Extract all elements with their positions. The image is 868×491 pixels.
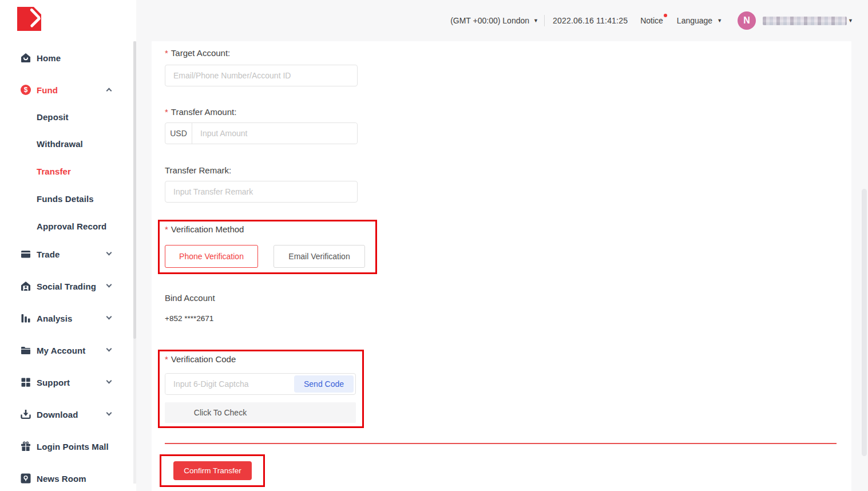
- bind-account-value: +852 ****2671: [165, 314, 213, 323]
- chevron-up-icon: [106, 88, 112, 94]
- sidebar-item-analysis[interactable]: Analysis: [21, 311, 113, 325]
- chevron-down-icon: ▼: [533, 18, 538, 23]
- verification-code-input[interactable]: [165, 374, 295, 394]
- required-asterisk: *: [165, 224, 168, 234]
- transfer-form-panel: *Target Account: *Transfer Amount: USD T…: [152, 41, 851, 491]
- wallet-icon: [21, 249, 31, 259]
- captcha-check-bar[interactable]: Click To Check: [165, 402, 356, 423]
- sidebar-item-withdrawal[interactable]: Withdrawal: [21, 137, 113, 151]
- sidebar-scrollbar-thumb[interactable]: [133, 41, 136, 339]
- grid-icon: [21, 377, 31, 387]
- sidebar-item-login-points-mall[interactable]: Login Points Mall: [21, 439, 113, 453]
- download-icon: [21, 409, 31, 419]
- required-asterisk: *: [165, 354, 168, 364]
- brand-logo[interactable]: [17, 7, 41, 31]
- currency-prefix: USD: [165, 123, 192, 144]
- sidebar-item-trade[interactable]: Trade: [21, 247, 113, 261]
- main-region: (GMT +00:00) London ▼ 2022.06.16 11:41:2…: [136, 0, 868, 491]
- target-account-input[interactable]: [165, 65, 358, 86]
- timezone-label: (GMT +00:00) London: [450, 16, 529, 25]
- avatar[interactable]: N: [738, 11, 756, 30]
- chevron-down-icon: [106, 378, 112, 384]
- notice-button[interactable]: Notice: [640, 16, 663, 25]
- language-selector[interactable]: Language ▼: [677, 16, 722, 25]
- bar-chart-icon: [21, 313, 31, 323]
- required-asterisk: *: [165, 107, 168, 117]
- section-divider: [165, 443, 837, 444]
- sidebar-item-funds-details[interactable]: Funds Details: [21, 192, 113, 205]
- bind-account-label: Bind Account: [165, 293, 215, 303]
- sidebar-item-download[interactable]: Download: [21, 407, 113, 421]
- sidebar-item-fund[interactable]: $ Fund: [21, 83, 113, 97]
- timezone-selector[interactable]: (GMT +00:00) London ▼: [450, 16, 538, 25]
- verification-code-label: *Verification Code: [165, 354, 236, 364]
- sidebar-item-approval-record[interactable]: Approval Record: [21, 219, 113, 233]
- sidebar-item-support[interactable]: Support: [21, 375, 113, 389]
- verification-code-field: Send Code: [165, 373, 356, 395]
- transfer-amount-input[interactable]: [192, 123, 357, 144]
- sidebar-item-news-room[interactable]: News Room: [21, 472, 113, 485]
- pin-icon: [21, 473, 31, 484]
- phone-verification-button[interactable]: Phone Verification: [165, 245, 258, 268]
- chevron-down-icon[interactable]: ▼: [848, 18, 853, 23]
- chevron-down-icon: [106, 314, 112, 320]
- notice-unread-dot-icon: [664, 14, 667, 17]
- sidebar-item-transfer[interactable]: Transfer: [21, 164, 113, 178]
- transfer-remark-input[interactable]: [165, 181, 358, 203]
- sidebar-item-deposit[interactable]: Deposit: [21, 110, 113, 124]
- chevron-down-icon: [106, 410, 112, 416]
- sidebar-item-social-trading[interactable]: Social Trading: [21, 279, 113, 293]
- transfer-amount-label: *Transfer Amount:: [165, 107, 236, 117]
- chevron-down-icon: [106, 282, 112, 288]
- email-verification-button[interactable]: Email Verification: [274, 245, 365, 268]
- house-person-icon: [21, 281, 31, 291]
- chevron-down-icon: [106, 250, 112, 256]
- verification-method-label: *Verification Method: [165, 224, 244, 234]
- sidebar-item-home[interactable]: Home: [21, 51, 113, 65]
- topbar: (GMT +00:00) London ▼ 2022.06.16 11:41:2…: [136, 0, 868, 41]
- datetime-display: 2022.06.16 11:41:25: [553, 16, 628, 25]
- app-root: (GMT +00:00) London ▼ 2022.06.16 11:41:2…: [0, 0, 868, 491]
- avatar-letter: N: [743, 15, 750, 26]
- sidebar-item-my-account[interactable]: My Account: [21, 343, 113, 357]
- transfer-remark-label: Transfer Remark:: [165, 165, 231, 175]
- chevron-down-icon: ▼: [717, 18, 722, 23]
- sidebar: Home $ Fund Deposit Withdrawal Transfer …: [0, 0, 133, 491]
- username-blurred[interactable]: [763, 17, 847, 25]
- required-asterisk: *: [165, 48, 168, 58]
- sidebar-scrollbar[interactable]: [133, 41, 136, 484]
- send-code-button[interactable]: Send Code: [294, 375, 354, 393]
- folder-icon: [21, 345, 31, 355]
- target-account-label: *Target Account:: [165, 48, 230, 58]
- page-scrollbar[interactable]: [862, 189, 867, 456]
- language-label: Language: [677, 16, 712, 25]
- notice-label: Notice: [640, 16, 663, 25]
- home-icon: [21, 53, 31, 63]
- confirm-transfer-button[interactable]: Confirm Transfer: [173, 461, 252, 480]
- topbar-divider: [544, 15, 545, 26]
- fund-icon: $: [21, 85, 31, 95]
- transfer-amount-field: USD: [165, 122, 358, 144]
- chevron-down-icon: [106, 346, 112, 352]
- gift-icon: [21, 441, 31, 452]
